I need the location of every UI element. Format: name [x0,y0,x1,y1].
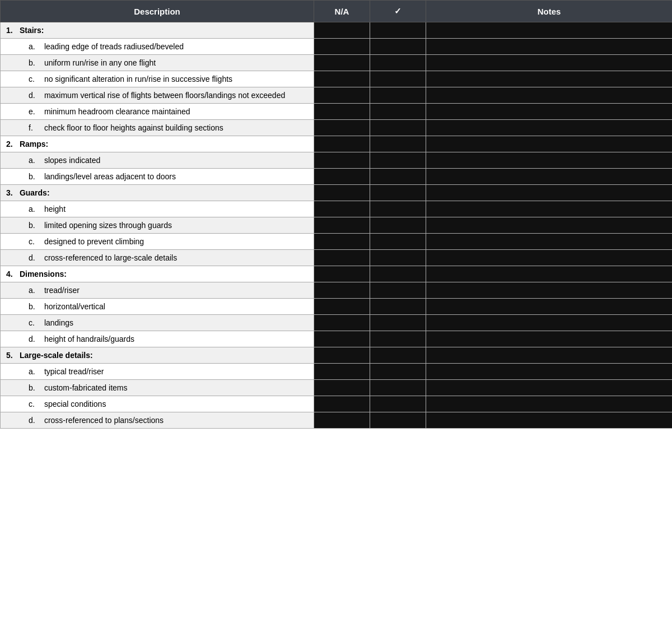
notes-cell [426,201,673,217]
check-cell [370,55,426,71]
check-cell [370,299,426,315]
notes-cell [426,22,673,39]
row-label: Dimensions: [20,270,67,278]
notes-cell [426,217,673,234]
na-cell [314,412,370,429]
header-notes: Notes [426,1,673,22]
notes-cell [426,331,673,347]
row-num: 4. [6,270,17,278]
na-cell [314,250,370,266]
check-cell [370,250,426,266]
notes-cell [426,315,673,331]
check-cell [370,136,426,152]
row-label: cross-referenced to plans/sections [44,416,164,425]
notes-cell [426,39,673,55]
check-cell [370,331,426,347]
check-cell [370,412,426,429]
check-cell [370,39,426,55]
na-cell [314,396,370,412]
notes-cell [426,364,673,380]
check-cell [370,347,426,364]
checklist-table: Description N/A ✓ Notes 1. Stairs:a. lea… [0,0,672,429]
na-cell [314,282,370,299]
table-row: e. minimum headroom clearance maintained [1,104,673,120]
table-row: a. height [1,201,673,217]
row-label: leading edge of treads radiused/beveled [44,42,184,51]
notes-cell [426,55,673,71]
table-row: b. custom-fabricated items [1,380,673,396]
check-cell [370,152,426,169]
notes-cell [426,136,673,152]
check-cell [370,185,426,201]
row-sub-label: f. [29,123,42,132]
table-row: 5. Large-scale details: [1,347,673,364]
row-label: designed to prevent climbing [44,237,144,246]
check-cell [370,87,426,104]
notes-cell [426,266,673,282]
check-cell [370,22,426,39]
na-cell [314,152,370,169]
row-sub-label: d. [29,335,42,343]
row-sub-label: a. [29,367,42,376]
notes-cell [426,380,673,396]
notes-cell [426,120,673,136]
row-sub-label: b. [29,302,42,311]
check-cell [370,364,426,380]
row-sub-label: b. [29,221,42,230]
header-na: N/A [314,1,370,22]
notes-cell [426,152,673,169]
na-cell [314,299,370,315]
row-sub-label: a. [29,286,42,295]
row-label: typical tread/riser [44,367,104,376]
check-cell [370,71,426,87]
check-cell [370,169,426,185]
check-cell [370,234,426,250]
row-sub-label: c. [29,318,42,327]
na-cell [314,217,370,234]
check-cell [370,282,426,299]
row-label: slopes indicated [44,156,100,165]
row-label: limited opening sizes through guards [44,221,172,230]
notes-cell [426,87,673,104]
notes-cell [426,299,673,315]
row-label: tread/riser [44,286,80,295]
table-row: 2. Ramps: [1,136,673,152]
na-cell [314,87,370,104]
na-cell [314,201,370,217]
table-row: 4. Dimensions: [1,266,673,282]
na-cell [314,266,370,282]
header-description: Description [1,1,314,22]
row-sub-label: b. [29,383,42,392]
table-row: 1. Stairs: [1,22,673,39]
table-row: 3. Guards: [1,185,673,201]
table-row: c. designed to prevent climbing [1,234,673,250]
table-row: c. landings [1,315,673,331]
notes-cell [426,104,673,120]
row-sub-label: a. [29,205,42,213]
na-cell [314,347,370,364]
notes-cell [426,250,673,266]
na-cell [314,380,370,396]
row-num: 3. [6,188,17,197]
row-num: 2. [6,140,17,148]
row-sub-label: c. [29,75,42,83]
row-sub-label: c. [29,400,42,408]
notes-cell [426,347,673,364]
row-label: landings/level areas adjacent to doors [44,172,176,181]
row-num: 1. [6,26,17,35]
check-cell [370,396,426,412]
row-sub-label: a. [29,42,42,51]
na-cell [314,104,370,120]
table-row: a. leading edge of treads radiused/bevel… [1,39,673,55]
table-row: a. tread/riser [1,282,673,299]
table-row: c. no significant alteration in run/rise… [1,71,673,87]
na-cell [314,169,370,185]
row-sub-label: c. [29,237,42,246]
table-row: b. landings/level areas adjacent to door… [1,169,673,185]
notes-cell [426,71,673,87]
table-row: c. special conditions [1,396,673,412]
row-label: special conditions [44,400,106,408]
na-cell [314,120,370,136]
table-row: d. cross-referenced to plans/sections [1,412,673,429]
row-label: Stairs: [20,26,44,35]
